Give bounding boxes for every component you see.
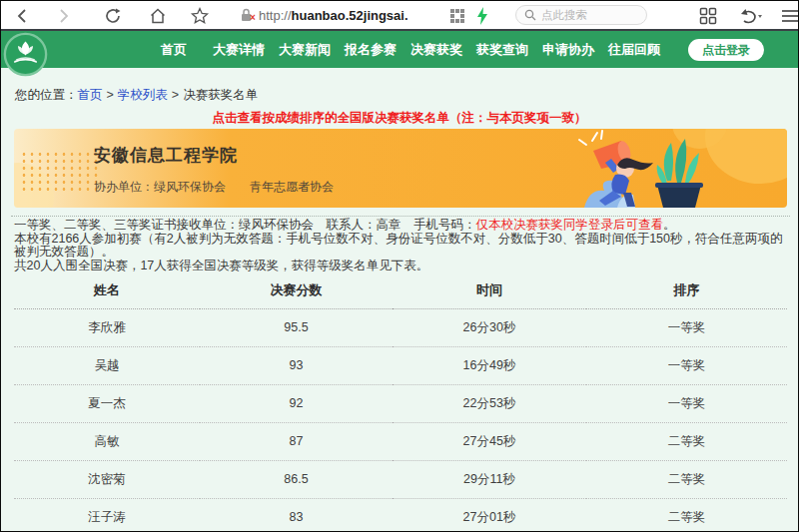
header-rank: 排序 xyxy=(586,272,787,308)
info-line-3: 共20人入围全国决赛，17人获得全国决赛等级奖，获得等级奖名单见下表。 xyxy=(14,260,789,273)
nav-item-final-awards[interactable]: 决赛获奖 xyxy=(410,41,462,59)
menu-icon[interactable] xyxy=(781,6,799,26)
school-banner: 安徽信息工程学院 协办单位：绿风环保协会 青年志愿者协会 xyxy=(14,129,787,208)
cell-score: 87 xyxy=(200,422,394,460)
cell-name: 汪子涛 xyxy=(14,498,200,532)
cell-rank: 一等奖 xyxy=(586,384,787,422)
qr-code-icon[interactable] xyxy=(450,9,464,23)
cell-score: 95.5 xyxy=(200,308,394,346)
cell-time: 26分30秒 xyxy=(393,308,586,346)
school-name: 安徽信息工程学院 xyxy=(94,144,238,167)
home-icon[interactable] xyxy=(148,6,168,26)
nav-item-apply-cohost[interactable]: 申请协办 xyxy=(542,41,594,59)
cell-rank: 一等奖 xyxy=(586,346,787,384)
table-row: 李欣雅 95.5 26分30秒 一等奖 xyxy=(14,308,787,346)
search-icon xyxy=(524,9,536,21)
nav-item-award-query[interactable]: 获奖查询 xyxy=(476,41,528,59)
awards-table: 姓名 决赛分数 时间 排序 李欣雅 95.5 26分30秒 一等奖 吴越 93 … xyxy=(14,272,787,532)
browser-window: × http://huanbao.52jingsai. xyxy=(0,0,799,532)
cell-score: 83 xyxy=(200,498,394,532)
refresh-icon[interactable] xyxy=(103,6,123,26)
cell-name: 吴越 xyxy=(14,346,200,384)
cell-score: 92 xyxy=(200,384,394,422)
breadcrumb-current: 决赛获奖名单 xyxy=(183,88,258,102)
bookmark-star-icon[interactable] xyxy=(190,6,210,26)
site-navbar: 首页 大赛详情 大赛新闻 报名参赛 决赛获奖 获奖查询 申请协办 往届回顾 点击… xyxy=(1,31,798,68)
table-header-row: 姓名 决赛分数 时间 排序 xyxy=(14,272,787,308)
search-box[interactable] xyxy=(515,5,647,25)
info-line-2: 本校有2166人参加初赛（有2人被判为无效答题：手机号位数不对、身份证号位数不对… xyxy=(14,233,789,260)
nav-item-register[interactable]: 报名参赛 xyxy=(345,41,397,59)
nav-item-home[interactable]: 首页 xyxy=(161,41,187,59)
forward-icon[interactable] xyxy=(53,6,73,26)
back-icon[interactable] xyxy=(13,6,33,26)
info-line-1: 一等奖、二等奖、三等奖证书接收单位：绿风环保协会 联系人：高章 手机号码：仅本校… xyxy=(14,219,789,233)
cell-time: 29分11秒 xyxy=(393,460,586,498)
cell-rank: 二等奖 xyxy=(586,498,787,532)
table-row: 沈密菊 86.5 29分11秒 二等奖 xyxy=(14,460,787,498)
apps-grid-icon[interactable] xyxy=(698,6,718,26)
table-row: 吴越 93 16分49秒 一等奖 xyxy=(14,346,787,384)
breadcrumb-link-school-list[interactable]: 学校列表 xyxy=(118,88,168,102)
search-input[interactable] xyxy=(541,9,631,21)
cell-time: 16分49秒 xyxy=(393,346,586,384)
svg-text:×: × xyxy=(250,12,256,23)
cell-time: 27分45秒 xyxy=(393,422,586,460)
url-scheme: http:// xyxy=(259,8,292,23)
cohost-organizations: 协办单位：绿风环保协会 青年志愿者协会 xyxy=(94,179,334,196)
table-row: 汪子涛 83 27分01秒 二等奖 xyxy=(14,498,787,532)
table-row: 高敏 87 27分45秒 二等奖 xyxy=(14,422,787,460)
header-time: 时间 xyxy=(393,272,586,308)
url-host: huanbao.52jingsai. xyxy=(292,8,408,23)
address-bar[interactable]: × http://huanbao.52jingsai. xyxy=(239,1,408,29)
award-info-text: 一等奖、二等奖、三等奖证书接收单位：绿风环保协会 联系人：高章 手机号码：仅本校… xyxy=(14,219,789,272)
dotted-divider xyxy=(11,216,790,217)
header-name: 姓名 xyxy=(14,272,200,308)
banner-dot-pattern xyxy=(20,151,98,193)
page-content: 您的位置：首页>学校列表>决赛获奖名单 点击查看按成绩排序的全国版决赛获奖名单（… xyxy=(1,68,798,532)
nav-item-contest-details[interactable]: 大赛详情 xyxy=(213,41,265,59)
breadcrumb-prefix: 您的位置： xyxy=(15,88,78,102)
breadcrumb: 您的位置：首页>学校列表>决赛获奖名单 xyxy=(15,87,258,104)
cell-name: 沈密菊 xyxy=(14,460,200,498)
browser-toolbar: × http://huanbao.52jingsai. xyxy=(1,1,798,31)
login-to-view-link[interactable]: 仅本校决赛获奖同学登录后可查看 xyxy=(476,218,664,232)
national-ranking-link[interactable]: 点击查看按成绩排序的全国版决赛获奖名单（注：与本页奖项一致） xyxy=(1,110,798,127)
cell-time: 22分53秒 xyxy=(393,384,586,422)
cell-score: 93 xyxy=(200,346,394,384)
table-row: 夏一杰 92 22分53秒 一等奖 xyxy=(14,384,787,422)
cell-name: 高敏 xyxy=(14,422,200,460)
site-logo[interactable] xyxy=(3,32,48,77)
header-final-score: 决赛分数 xyxy=(200,272,394,308)
cell-time: 27分01秒 xyxy=(393,498,586,532)
insecure-lock-icon: × xyxy=(239,7,259,23)
cell-name: 李欣雅 xyxy=(14,308,200,346)
lightning-icon[interactable] xyxy=(474,7,490,25)
breadcrumb-link-home[interactable]: 首页 xyxy=(78,88,103,102)
cell-score: 86.5 xyxy=(200,460,394,498)
cell-name: 夏一杰 xyxy=(14,384,200,422)
undo-icon[interactable] xyxy=(738,6,764,26)
cell-rank: 二等奖 xyxy=(586,422,787,460)
login-button[interactable]: 点击登录 xyxy=(688,39,764,61)
cell-rank: 二等奖 xyxy=(586,460,787,498)
megaphone-person-illustration xyxy=(529,129,729,208)
cell-rank: 一等奖 xyxy=(586,308,787,346)
nav-item-contest-news[interactable]: 大赛新闻 xyxy=(279,41,331,59)
nav-item-past-editions[interactable]: 往届回顾 xyxy=(608,41,660,59)
